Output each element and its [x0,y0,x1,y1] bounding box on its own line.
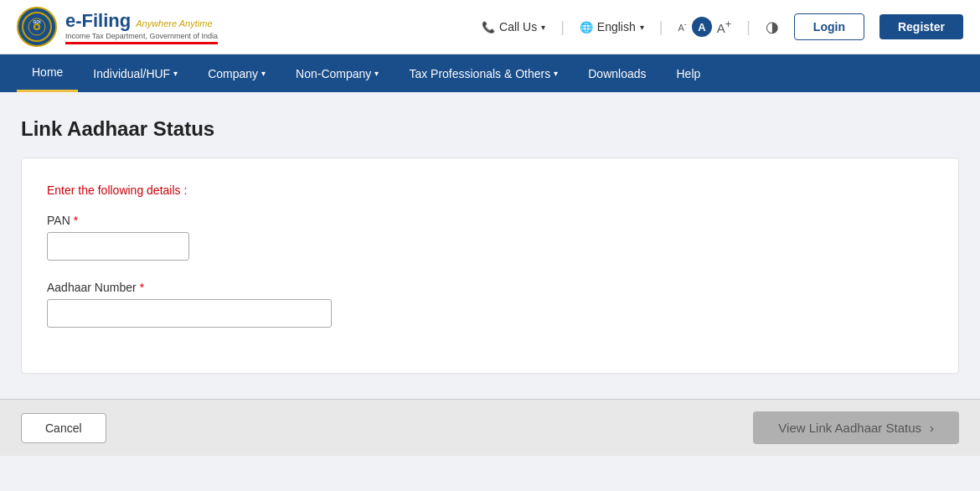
nav-home[interactable]: Home [17,54,78,92]
logo-area: GOI e-Filing Anywhere Anytime Income Tax… [17,7,218,47]
main-content: Link Aadhaar Status Enter the following … [0,92,980,399]
aadhaar-label-text: Aadhaar Number [47,281,137,294]
page-title: Link Aadhaar Status [21,117,959,141]
nav-individual-huf[interactable]: Individual/HUF ▾ [78,54,193,92]
nav-tax-label: Tax Professionals & Others [409,67,550,80]
pan-group: PAN * [47,214,933,261]
nav-tax-professionals[interactable]: Tax Professionals & Others ▾ [394,54,573,92]
nav-help[interactable]: Help [662,54,716,92]
globe-icon [580,20,593,34]
pan-input[interactable] [47,232,189,261]
font-large-btn[interactable]: A+ [717,19,731,34]
header-right: Call Us ▾ | English ▾ | A- A A+ | ◑ Logi… [482,13,963,40]
separator-1: | [560,18,565,36]
nav-company-label: Company [208,67,258,80]
aadhaar-input[interactable] [47,299,332,328]
nav-non-company-label: Non-Company [296,67,371,80]
nav-non-company[interactable]: Non-Company ▾ [281,54,394,92]
nav-downloads[interactable]: Downloads [573,54,661,92]
font-medium-btn[interactable]: A [692,17,712,37]
nav-individual-arrow: ▾ [173,69,178,78]
aadhaar-label: Aadhaar Number * [47,281,933,294]
pan-required: * [74,214,78,227]
language-label: English [597,20,636,34]
font-controls: A- A A+ [678,17,731,37]
view-status-button[interactable]: View Link Aadhaar Status › [753,411,959,444]
nav-help-label: Help [677,67,701,80]
pan-label-text: PAN [47,214,70,227]
aadhaar-group: Aadhaar Number * [47,281,933,328]
footer-bar: Cancel View Link Aadhaar Status › [0,399,980,456]
form-intro: Enter the following details : [47,183,933,197]
phone-icon [482,20,495,34]
emblem-logo: GOI [17,7,57,47]
form-card: Enter the following details : PAN * Aadh… [21,158,959,374]
register-button[interactable]: Register [879,14,963,39]
view-status-label: View Link Aadhaar Status [778,421,921,435]
navbar: Home Individual/HUF ▾ Company ▾ Non-Comp… [0,54,980,92]
call-us-chevron: ▾ [541,23,545,32]
efiling-brand: e-Filing Anywhere Anytime [65,10,218,32]
logo-text-area: e-Filing Anywhere Anytime Income Tax Dep… [65,10,218,44]
login-button[interactable]: Login [794,13,864,40]
call-us-link[interactable]: Call Us ▾ [482,20,545,34]
nav-non-company-arrow: ▾ [374,69,379,78]
aadhaar-required: * [140,281,144,294]
nav-downloads-label: Downloads [588,67,646,80]
view-status-arrow: › [930,421,934,435]
call-us-label: Call Us [499,20,537,34]
pan-label: PAN * [47,214,933,227]
cancel-button[interactable]: Cancel [21,413,106,443]
nav-individual-label: Individual/HUF [93,67,170,80]
header: GOI e-Filing Anywhere Anytime Income Tax… [0,0,980,54]
language-chevron: ▾ [640,23,644,32]
red-bar [65,42,218,44]
separator-3: | [746,18,750,36]
svg-point-4 [35,25,39,28]
anywhere-anytime: Anywhere Anytime [136,18,212,28]
dept-name: Income Tax Department, Government of Ind… [65,32,218,40]
font-small-btn[interactable]: A- [678,21,686,33]
language-selector[interactable]: English ▾ [580,20,644,34]
nav-home-label: Home [32,65,63,79]
nav-company[interactable]: Company ▾ [193,54,281,92]
nav-company-arrow: ▾ [261,69,266,78]
separator-2: | [659,18,663,36]
nav-tax-arrow: ▾ [554,69,558,78]
contrast-btn[interactable]: ◑ [766,18,779,36]
